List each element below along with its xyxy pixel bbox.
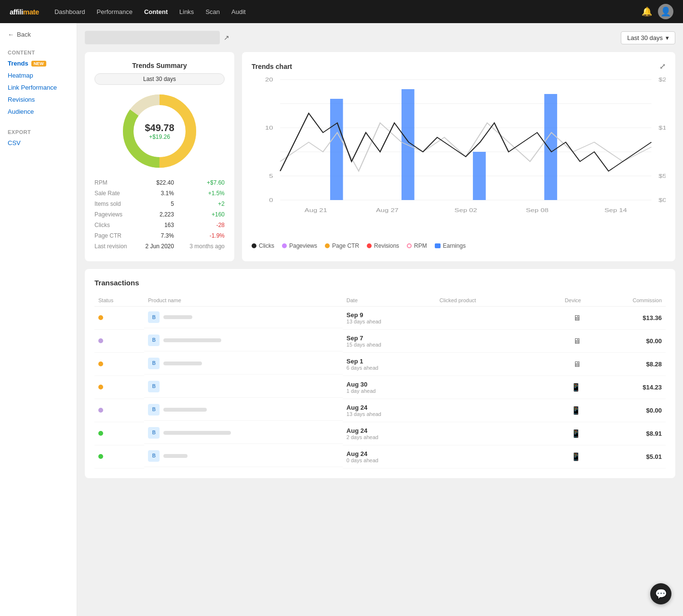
transactions-body: B Sep 9 13 days ahead 🖥 $13.36 B Sep 7 1… bbox=[94, 307, 666, 469]
new-badge: NEW bbox=[31, 61, 46, 67]
sidebar-item-audience[interactable]: Audience bbox=[0, 106, 77, 118]
table-row: B Sep 9 13 days ahead 🖥 $13.36 bbox=[94, 307, 666, 330]
status-cell bbox=[94, 376, 144, 399]
metric-change: 3 months ago bbox=[174, 241, 225, 252]
sidebar-item-trends[interactable]: Trends NEW bbox=[0, 57, 77, 69]
external-link-icon[interactable]: ↗ bbox=[224, 34, 229, 41]
metric-change: -28 bbox=[174, 220, 225, 230]
commission-cell: $14.23 bbox=[585, 376, 666, 399]
svg-text:5: 5 bbox=[269, 174, 273, 179]
svg-rect-20 bbox=[473, 152, 486, 200]
svg-text:Aug 27: Aug 27 bbox=[376, 208, 399, 213]
chart-title: Trends chart bbox=[252, 63, 292, 70]
trends-title: Trends Summary bbox=[94, 62, 225, 69]
metric-value: 2,223 bbox=[137, 209, 174, 220]
legend-earnings: Earnings bbox=[435, 242, 466, 249]
sidebar-section-content: CONTENT bbox=[0, 46, 77, 57]
notifications-icon[interactable]: 🔔 bbox=[642, 6, 652, 17]
commission-cell: $13.36 bbox=[585, 307, 666, 330]
product-bar bbox=[163, 431, 231, 435]
metric-value: 163 bbox=[137, 220, 174, 230]
sidebar-section-export: EXPORT bbox=[0, 125, 77, 137]
nav-scan[interactable]: Scan bbox=[205, 8, 220, 15]
sidebar-item-revisions[interactable]: Revisions bbox=[0, 94, 77, 106]
status-dot bbox=[98, 338, 103, 343]
metrics-table: RPM $22.40 +$7.60 Sale Rate 3.1% +1.5% I… bbox=[94, 177, 225, 252]
status-dot bbox=[98, 362, 103, 366]
nav-dashboard[interactable]: Dashboard bbox=[54, 8, 85, 15]
trends-chart-svg: 20 10 5 0 $21.45 $11.00 $5.50 $0.00 bbox=[252, 75, 666, 219]
chat-button[interactable]: 💬 bbox=[650, 583, 671, 604]
expand-icon[interactable]: ⤢ bbox=[659, 62, 666, 71]
commission-cell: $5.01 bbox=[585, 445, 666, 469]
commission-cell: $8.91 bbox=[585, 422, 666, 445]
table-row: B Aug 30 1 day ahead 📱 $14.23 bbox=[94, 376, 666, 399]
nav-links[interactable]: Links bbox=[179, 8, 194, 15]
date-range-button[interactable]: Last 30 days ▾ bbox=[621, 31, 675, 44]
status-dot bbox=[98, 408, 103, 413]
table-row: B Sep 1 6 days ahead 🖥 $8.28 bbox=[94, 353, 666, 376]
transactions-panel: Transactions Status Product name Date Cl… bbox=[85, 269, 675, 478]
svg-text:Sep 14: Sep 14 bbox=[604, 208, 627, 213]
product-icon: B bbox=[148, 311, 160, 323]
donut-chart: $49.78 +$19.26 bbox=[121, 93, 198, 170]
device-cell: 📱 bbox=[533, 445, 585, 469]
metric-label: Pageviews bbox=[94, 209, 137, 220]
metric-change: +$7.60 bbox=[174, 177, 225, 188]
chart-panel: Trends chart ⤢ 20 10 bbox=[242, 52, 675, 261]
status-cell bbox=[94, 330, 144, 353]
nav-audit[interactable]: Audit bbox=[231, 8, 246, 15]
col-date: Date bbox=[343, 295, 436, 307]
product-cell: B bbox=[144, 445, 343, 467]
device-cell: 🖥 bbox=[533, 353, 585, 376]
svg-text:Sep 02: Sep 02 bbox=[455, 208, 477, 213]
product-icon: B bbox=[148, 358, 160, 369]
status-cell bbox=[94, 422, 144, 445]
product-cell: B bbox=[144, 330, 343, 351]
status-cell bbox=[94, 445, 144, 469]
svg-text:Aug 21: Aug 21 bbox=[305, 208, 327, 213]
svg-text:20: 20 bbox=[265, 77, 273, 82]
legend-dot-pageviews bbox=[282, 243, 287, 248]
product-bar bbox=[163, 408, 207, 412]
sidebar-item-heatmap[interactable]: Heatmap bbox=[0, 69, 77, 81]
table-row: B Sep 7 15 days ahead 🖥 $0.00 bbox=[94, 330, 666, 353]
status-dot bbox=[98, 385, 103, 389]
legend-bar-earnings bbox=[435, 243, 441, 248]
period-badge: Last 30 days bbox=[94, 73, 225, 85]
status-dot bbox=[98, 454, 103, 459]
metric-row: Sale Rate 3.1% +1.5% bbox=[94, 188, 225, 199]
back-button[interactable]: ← Back bbox=[0, 31, 77, 46]
clicked-product-cell bbox=[436, 330, 533, 353]
legend-clicks: Clicks bbox=[252, 242, 274, 249]
nav-content[interactable]: Content bbox=[144, 8, 168, 15]
legend-dot-rpm bbox=[407, 243, 412, 248]
product-cell: B bbox=[144, 399, 343, 421]
device-icon: 🖥 bbox=[573, 337, 581, 345]
device-cell: 🖥 bbox=[533, 307, 585, 330]
panels-row: Trends Summary Last 30 days bbox=[85, 52, 675, 261]
metric-label: Clicks bbox=[94, 220, 137, 230]
status-dot bbox=[98, 315, 103, 320]
product-bar bbox=[163, 454, 187, 458]
svg-text:10: 10 bbox=[265, 125, 273, 131]
sidebar-item-link-performance[interactable]: Link Performance bbox=[0, 81, 77, 94]
svg-text:$21.45: $21.45 bbox=[658, 77, 666, 82]
legend-rpm: RPM bbox=[407, 242, 427, 249]
clicked-product-cell bbox=[436, 307, 533, 330]
status-cell bbox=[94, 307, 144, 330]
device-cell: 📱 bbox=[533, 399, 585, 422]
metric-label: Sale Rate bbox=[94, 188, 137, 199]
sidebar: ← Back CONTENT Trends NEW Heatmap Link P… bbox=[0, 23, 77, 616]
avatar[interactable]: 👤 bbox=[658, 4, 673, 19]
product-cell: B bbox=[144, 353, 343, 375]
product-cell: B bbox=[144, 307, 343, 328]
date-cell: Sep 9 13 days ahead bbox=[343, 307, 436, 330]
product-bar bbox=[163, 362, 202, 365]
nav-performance[interactable]: Performance bbox=[96, 8, 132, 15]
device-icon: 🖥 bbox=[573, 314, 581, 322]
sidebar-item-csv[interactable]: CSV bbox=[0, 137, 77, 149]
donut-change: +$19.26 bbox=[145, 134, 174, 140]
url-bar bbox=[85, 31, 220, 44]
chart-header: Trends chart ⤢ bbox=[252, 62, 666, 71]
